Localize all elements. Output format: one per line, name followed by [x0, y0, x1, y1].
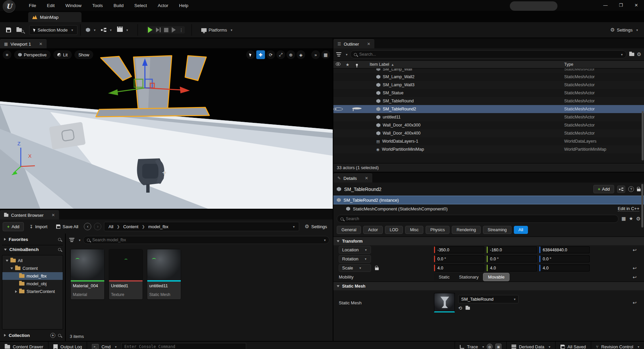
favorites-star-icon[interactable]: ★	[629, 216, 633, 222]
world-space-toggle-button[interactable]: ⊕	[286, 50, 295, 59]
rotation-z-field[interactable]: 0.0 °	[539, 255, 590, 262]
add-component-button[interactable]: + Add	[593, 185, 614, 193]
component-row[interactable]: StaticMeshComponent (StaticMeshComponent…	[333, 204, 644, 213]
select-tool-button[interactable]	[246, 50, 255, 59]
mobility-stationary[interactable]: Stationary	[454, 273, 484, 281]
stop-icon[interactable]	[164, 28, 168, 32]
location-z-field[interactable]: 638448840.0	[539, 246, 590, 253]
add-asset-button[interactable]: + Add	[3, 222, 24, 231]
settings-dropdown[interactable]: ⚙ Settings ▾	[608, 25, 641, 35]
move-tool-button[interactable]: ✚	[256, 50, 265, 59]
frame-skip-icon[interactable]	[156, 28, 161, 32]
table-row-selected[interactable]: SM_TableRound2 StaticMeshActor	[333, 105, 644, 113]
static-mesh-section-header[interactable]: Static Mesh	[333, 282, 644, 290]
table-row[interactable]: SM_Lamp_Wall3 StaticMeshActor	[333, 81, 644, 89]
menu-help[interactable]: Help	[174, 1, 193, 10]
filter-physics[interactable]: Physics	[426, 226, 449, 234]
scale-dropdown[interactable]: Scale ▾	[339, 264, 371, 272]
pin-column-icon[interactable]	[352, 62, 362, 67]
table-row[interactable]: ▤ WorldDataLayers-1 WorldDataLayers	[333, 137, 644, 145]
details-scrollbar[interactable]	[641, 184, 643, 228]
all-saved-button[interactable]: All Saved	[556, 342, 591, 349]
filter-all[interactable]: All	[514, 226, 528, 234]
content-browser-tab[interactable]: Content Browser ✕	[0, 210, 59, 219]
search-icon[interactable]	[58, 248, 61, 251]
display-mode-icon[interactable]: ▦	[622, 216, 626, 222]
table-row[interactable]: untitled11 StaticMeshActor	[333, 113, 644, 121]
edit-in-cpp-link[interactable]: Edit in C++	[618, 206, 639, 211]
reset-mobility-icon[interactable]: ↩	[633, 275, 637, 280]
filter-actor[interactable]: Actor	[363, 226, 382, 234]
close-icon[interactable]: ✕	[39, 42, 43, 46]
outliner-search[interactable]: ▾	[350, 50, 627, 58]
snapshot-icon[interactable]: ▣	[495, 344, 501, 349]
close-icon[interactable]: ✕	[365, 176, 368, 181]
cmd-dropdown[interactable]: >_ Cmd ▾	[87, 342, 251, 349]
details-search-input[interactable]	[346, 216, 615, 221]
back-button[interactable]: ‹	[84, 223, 91, 230]
menu-tools[interactable]: Tools	[88, 1, 108, 10]
table-row[interactable]: SM_TableRound StaticMeshActor	[333, 97, 644, 105]
browse-content-button[interactable]	[14, 26, 24, 34]
save-current-level-button[interactable]	[3, 26, 14, 35]
menu-edit[interactable]: Edit	[42, 1, 59, 10]
filter-streaming[interactable]: Streaming	[483, 226, 512, 234]
platforms-dropdown[interactable]: Platforms ▾	[199, 26, 235, 35]
close-icon[interactable]: ✕	[52, 213, 55, 217]
viewport-3d-scene[interactable]: Z X + ≡ Perspective Lit Show	[0, 48, 333, 209]
scale-lock-icon[interactable]	[375, 267, 379, 270]
content-drawer-button[interactable]: Content Drawer	[0, 342, 49, 349]
details-search[interactable]	[337, 215, 619, 223]
show-dropdown[interactable]: Show	[74, 50, 94, 59]
add-collection-icon[interactable]: +	[50, 333, 55, 338]
viewport-tab[interactable]: ▦ Viewport 1 ✕	[0, 39, 47, 48]
search-icon[interactable]	[58, 334, 61, 337]
breadcrumb-content[interactable]: Content	[123, 224, 139, 229]
table-row[interactable]: Wall_Door_400x300 StaticMeshActor	[333, 121, 644, 129]
menu-select[interactable]: Select	[130, 1, 152, 10]
unlocked-icon[interactable]	[637, 189, 641, 191]
item-label-column-header[interactable]: Item Label	[370, 62, 389, 67]
console-command-input[interactable]	[124, 344, 243, 349]
convert-to-blueprint-button[interactable]	[617, 186, 625, 193]
favorites-section[interactable]: Favorites	[2, 235, 63, 244]
static-mesh-asset-dropdown[interactable]: SM_TableRound ▾	[458, 295, 519, 303]
filter-icon[interactable]	[69, 238, 74, 242]
table-row[interactable]: ◉ WorldPartitionMiniMap WorldPartitionMi…	[333, 145, 644, 153]
table-row[interactable]: SM_Lamp_Wall2 StaticMeshActor	[333, 73, 644, 81]
details-tab[interactable]: ✎ Details ✕	[333, 173, 372, 183]
favorite-column-star-icon[interactable]: ★	[343, 62, 352, 67]
filter-misc[interactable]: Misc	[405, 226, 423, 234]
output-log-button[interactable]: Output Log	[49, 342, 87, 349]
asset-search-input[interactable]	[92, 238, 320, 242]
location-dropdown[interactable]: Location ▾	[339, 246, 371, 254]
eye-icon[interactable]	[333, 107, 343, 111]
blueprints-dropdown[interactable]: ▾	[98, 26, 114, 34]
browse-to-asset-icon[interactable]	[466, 305, 470, 311]
location-y-field[interactable]: -160.0	[487, 246, 537, 253]
search-icon[interactable]	[58, 238, 61, 241]
expand-toolbar-button[interactable]: »	[311, 50, 320, 59]
play-icon[interactable]	[148, 27, 153, 33]
rotation-dropdown[interactable]: Rotation ▾	[339, 255, 371, 263]
menu-actor[interactable]: Actor	[153, 1, 173, 10]
outliner-scrollbar[interactable]	[642, 111, 644, 160]
tree-node-model-obj[interactable]: model_obj	[2, 280, 63, 288]
content-browser-settings-dropdown[interactable]: ⚙ Settings	[302, 222, 330, 231]
asset-search[interactable]: ▾	[83, 236, 329, 244]
tree-node-all[interactable]: All	[2, 257, 63, 264]
filter-rendering[interactable]: Rendering	[452, 226, 481, 234]
revision-control-dropdown[interactable]: ⑂ Revision Control ▾	[591, 342, 644, 349]
cinematics-dropdown[interactable]: ▾	[114, 26, 131, 34]
breadcrumb[interactable]: All ❯ Content ❯ model_fbx ▾	[104, 222, 299, 231]
maximize-viewport-button[interactable]: ▦	[321, 50, 330, 59]
selection-mode-dropdown[interactable]: Selection Mode ▾	[29, 25, 77, 35]
mobility-static[interactable]: Static	[434, 273, 454, 281]
reset-scale-icon[interactable]: ↩	[633, 265, 637, 271]
rotate-tool-button[interactable]: ⟳	[266, 50, 275, 59]
filter-icon[interactable]	[336, 52, 341, 56]
breadcrumb-all[interactable]: All	[108, 224, 113, 229]
forward-button[interactable]: ›	[94, 223, 101, 230]
reset-location-icon[interactable]: ↩	[633, 247, 637, 253]
table-row[interactable]: SM_Statue StaticMeshActor	[333, 89, 644, 97]
